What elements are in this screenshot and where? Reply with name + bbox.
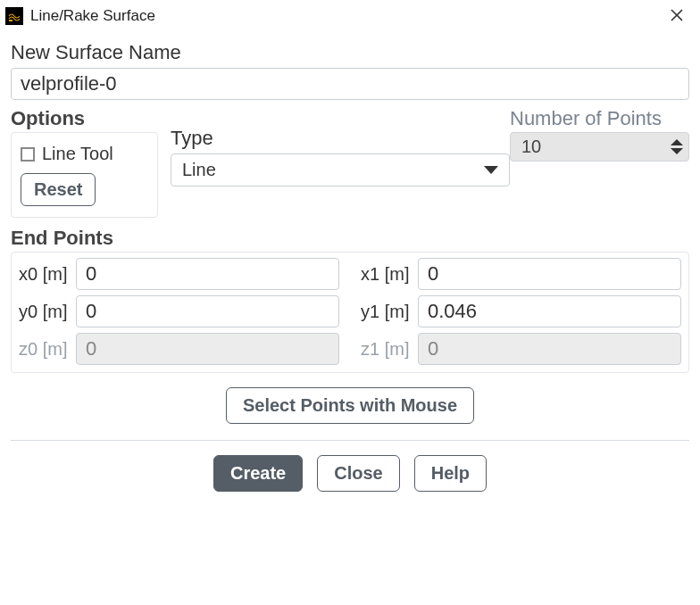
y0-label: y0 [m] <box>19 302 76 322</box>
close-button[interactable]: Close <box>317 455 399 492</box>
title-bar: Line/Rake Surface <box>0 0 700 32</box>
z1-label: z1 [m] <box>361 339 418 360</box>
z0-label: z0 [m] <box>19 339 76 360</box>
y1-label: y1 [m] <box>361 302 418 322</box>
endpoints-heading: End Points <box>11 227 689 250</box>
checkbox-icon <box>21 147 35 162</box>
x0-label: x0 [m] <box>19 264 76 285</box>
x1-label: x1 [m] <box>361 264 418 285</box>
y0-input[interactable] <box>76 295 339 327</box>
options-heading: Options <box>11 107 158 130</box>
y1-input[interactable] <box>418 295 681 327</box>
x0-input[interactable] <box>76 258 339 290</box>
window-title: Line/Rake Surface <box>30 7 155 25</box>
points-spinner[interactable]: 10 <box>510 132 689 162</box>
chevron-down-icon <box>671 148 683 154</box>
svg-rect-0 <box>9 20 12 21</box>
reset-button[interactable]: Reset <box>21 173 96 206</box>
select-points-mouse-button[interactable]: Select Points with Mouse <box>226 387 474 424</box>
options-group: Line Tool Reset <box>11 132 158 218</box>
type-label: Type <box>171 127 510 150</box>
help-button[interactable]: Help <box>414 455 487 492</box>
app-icon <box>5 7 23 25</box>
close-icon[interactable] <box>662 6 691 26</box>
line-tool-checkbox[interactable]: Line Tool <box>21 144 148 164</box>
surface-name-label: New Surface Name <box>11 41 689 64</box>
line-tool-label: Line Tool <box>42 144 113 164</box>
divider <box>11 440 689 441</box>
chevron-up-icon <box>671 139 683 145</box>
points-value: 10 <box>521 137 671 157</box>
chevron-down-icon <box>484 166 498 174</box>
create-button[interactable]: Create <box>213 455 303 492</box>
z1-input <box>418 333 681 365</box>
type-select[interactable]: Line <box>171 153 510 186</box>
z0-input <box>76 333 339 365</box>
points-label: Number of Points <box>510 107 689 130</box>
x1-input[interactable] <box>418 258 681 290</box>
endpoints-grid: x0 [m] x1 [m] y0 [m] y1 [m] z0 [m] z1 [m… <box>11 252 689 373</box>
surface-name-input[interactable] <box>11 68 689 100</box>
type-value: Line <box>182 160 216 180</box>
